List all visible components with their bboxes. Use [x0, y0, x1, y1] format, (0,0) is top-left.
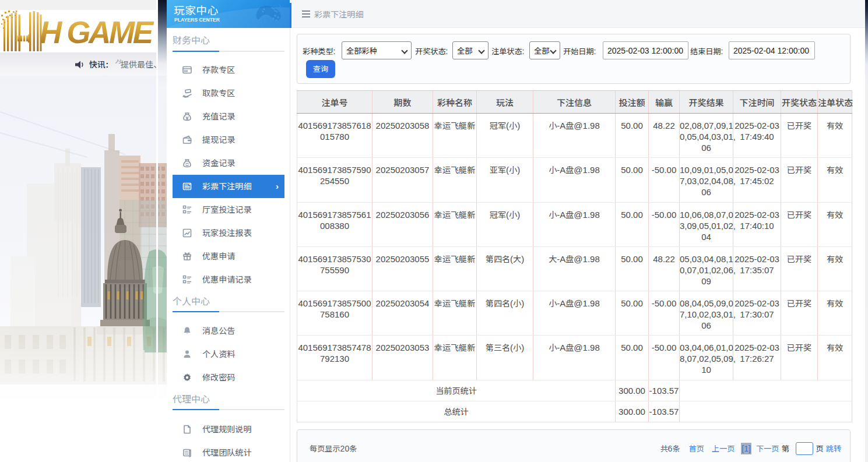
svg-text:H GAME: H GAME [40, 15, 154, 50]
